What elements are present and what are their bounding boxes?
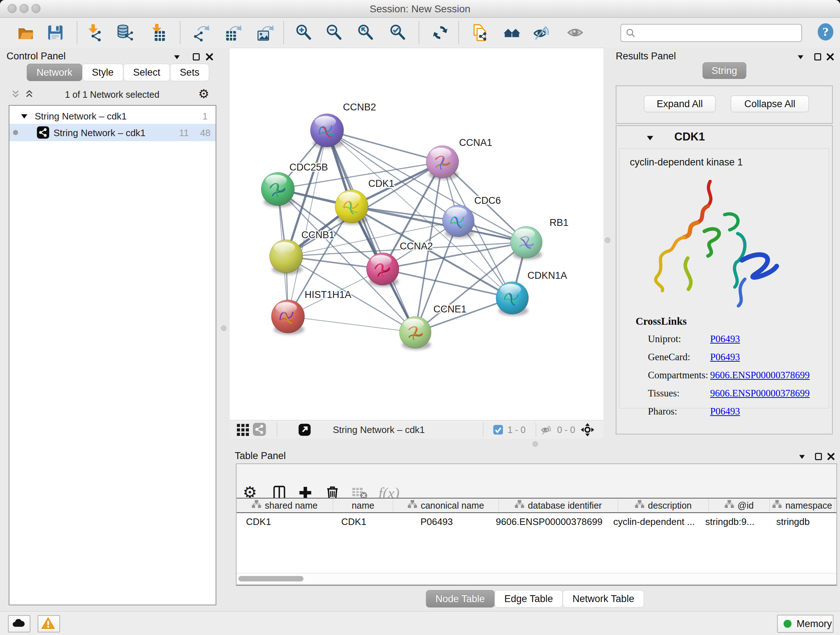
node-CDKN1A[interactable]: CDKN1A: [496, 270, 567, 316]
collapse-all-button[interactable]: Collapse All: [731, 96, 809, 112]
detach-view-icon[interactable]: [298, 423, 311, 437]
close-panel-icon[interactable]: [826, 52, 835, 62]
tab-string[interactable]: String: [703, 62, 746, 79]
help-button[interactable]: ?: [816, 22, 835, 42]
table-body: CDK1CDK1P064939606.ENSP00000378699cyclin…: [237, 514, 836, 573]
import-network-icon[interactable]: [85, 24, 103, 42]
crosslink-link[interactable]: P06493: [710, 406, 740, 417]
edge-CCNB2-HIST1H1A[interactable]: [288, 130, 327, 317]
svg-text:?: ?: [822, 25, 829, 38]
edge-CDK1-RB1[interactable]: [352, 206, 526, 242]
panel-menu-icon[interactable]: [796, 52, 805, 62]
cell-@id[interactable]: stringdb:9...: [699, 516, 760, 527]
edge-CCNA2-CDKN1A[interactable]: [383, 269, 512, 298]
selected-nodes-checkbox-icon[interactable]: [493, 424, 504, 435]
node-CCNA1[interactable]: CCNA1: [426, 137, 493, 180]
birds-eye-crosshair-icon[interactable]: [580, 422, 595, 437]
tab-sets[interactable]: Sets: [170, 64, 209, 81]
collection-expander-icon[interactable]: [19, 111, 27, 119]
shared-column-icon: [252, 500, 261, 511]
expand-all-networks-icon[interactable]: [25, 89, 34, 98]
column-header-description[interactable]: description: [618, 499, 709, 512]
float-panel-icon[interactable]: [814, 452, 823, 461]
cell-database-identifier[interactable]: 9606.ENSP00000378699: [489, 516, 609, 527]
cell-namespace[interactable]: stringdb: [760, 516, 826, 527]
node-label-CDC6: CDC6: [474, 195, 501, 206]
edge-CCNB2-RB1[interactable]: [327, 130, 526, 242]
horizontal-splitter[interactable]: [230, 439, 840, 449]
tab-select[interactable]: Select: [123, 64, 170, 81]
save-session-icon[interactable]: [46, 24, 65, 42]
panel-menu-icon[interactable]: [797, 452, 807, 461]
network-overview-icon[interactable]: [503, 24, 521, 42]
right-splitter[interactable]: [603, 48, 611, 439]
cell-canonical-name[interactable]: P06493: [384, 516, 489, 527]
close-panel-icon[interactable]: [826, 452, 836, 461]
duplicate-network-icon[interactable]: [471, 24, 489, 42]
node-label-CCNA1: CCNA1: [459, 137, 493, 148]
crosslink-link[interactable]: 9606.ENSP00000378699: [710, 370, 810, 381]
node-CDC25B[interactable]: CDC25B: [261, 162, 328, 207]
network-collection-row[interactable]: String Network – cdk1 1: [9, 108, 216, 124]
grid-view-icon[interactable]: [236, 423, 249, 436]
tab-edge-table[interactable]: Edge Table: [494, 590, 563, 608]
gene-card-expander-icon[interactable]: [645, 133, 655, 143]
open-session-icon[interactable]: [17, 24, 35, 42]
zoom-selected-icon[interactable]: [388, 24, 407, 42]
column-header-shared-name[interactable]: shared name: [237, 499, 333, 512]
node-CCNA2[interactable]: CCNA2: [366, 241, 433, 287]
network-graph[interactable]: CCNB2 CCNA1 CDC25B CDK1 CDC6 RB1 CCNB1 C…: [230, 48, 603, 420]
splitter-handle-icon[interactable]: [532, 441, 538, 447]
column-header-canonical-name[interactable]: canonical name: [393, 499, 499, 512]
import-table-icon[interactable]: [149, 24, 167, 42]
column-header-name[interactable]: name: [333, 499, 393, 512]
scrollbar-thumb[interactable]: [238, 576, 303, 581]
warnings-button[interactable]: [38, 615, 60, 632]
export-image-icon[interactable]: [256, 24, 275, 42]
crosslink-link[interactable]: P06493: [710, 333, 740, 345]
node-RB1[interactable]: RB1: [510, 217, 569, 260]
window-title: Session: New Session: [0, 3, 840, 15]
hide-panel-icon[interactable]: [532, 24, 551, 42]
network-row-selected[interactable]: String Network – cdk1 11 48: [9, 124, 216, 141]
zoom-in-icon[interactable]: [294, 24, 313, 42]
tab-network-table[interactable]: Network Table: [563, 590, 644, 608]
column-header-database-identifier[interactable]: database identifier: [499, 499, 618, 512]
expand-all-button[interactable]: Expand All: [644, 96, 715, 112]
network-panel-options-gear-icon[interactable]: ⚙: [198, 88, 209, 100]
import-database-icon[interactable]: [117, 24, 134, 42]
export-table-icon[interactable]: [224, 24, 242, 42]
network-share-view-icon[interactable]: [253, 423, 266, 436]
float-panel-icon[interactable]: [813, 52, 823, 62]
crosslink-link[interactable]: P06493: [710, 352, 740, 363]
network-canvas[interactable]: CCNB2 CCNA1 CDC25B CDK1 CDC6 RB1 CCNB1 C…: [230, 48, 603, 420]
edge-HIST1H1A-CCNE1[interactable]: [288, 317, 415, 333]
cell-shared-name[interactable]: CDK1: [237, 516, 324, 527]
memory-button[interactable]: Memory: [777, 615, 834, 633]
refresh-icon[interactable]: [431, 24, 449, 42]
crosslink-link[interactable]: 9606.ENSP00000378699: [710, 388, 810, 399]
column-header-namespace[interactable]: namespace: [770, 499, 835, 512]
export-network-icon[interactable]: [192, 24, 210, 42]
collapse-all-networks-icon[interactable]: [11, 89, 20, 98]
panel-menu-icon[interactable]: [172, 52, 182, 62]
crosslink-row: Compartments:9606.ENSP00000378699: [648, 366, 821, 384]
column-header-@id[interactable]: @id: [709, 499, 770, 512]
splitter-handle-icon[interactable]: [221, 325, 226, 331]
float-panel-icon[interactable]: [192, 52, 201, 62]
node-HIST1H1A[interactable]: HIST1H1A: [271, 289, 351, 335]
close-panel-icon[interactable]: [205, 52, 214, 62]
cloud-status-button[interactable]: [8, 615, 30, 632]
table-row[interactable]: CDK1CDK1P064939606.ENSP00000378699cyclin…: [237, 514, 836, 530]
cell-description[interactable]: cyclin-dependent ...: [609, 516, 699, 527]
tab-node-table[interactable]: Node Table: [426, 590, 494, 608]
tab-network[interactable]: Network: [27, 64, 82, 81]
protein-structure-image: [633, 171, 790, 312]
search-input[interactable]: [639, 26, 796, 40]
tab-style[interactable]: Style: [82, 64, 123, 81]
zoom-out-icon[interactable]: [325, 24, 343, 42]
left-splitter[interactable]: [217, 48, 230, 611]
zoom-fit-icon[interactable]: [356, 24, 374, 42]
splitter-handle-icon[interactable]: [605, 238, 610, 243]
cell-name[interactable]: CDK1: [324, 516, 384, 527]
